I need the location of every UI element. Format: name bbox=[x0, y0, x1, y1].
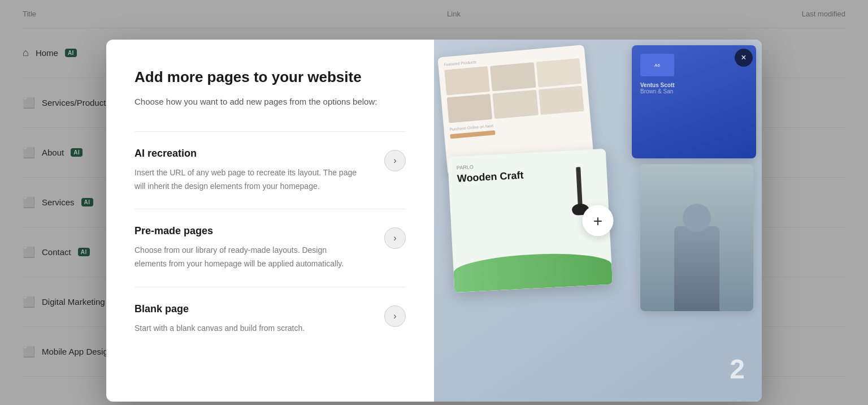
option-arrow-button[interactable]: › bbox=[384, 305, 406, 327]
modal-overlay: Add more pages to your website Choose ho… bbox=[0, 0, 868, 405]
option-desc: Start with a blank canvas and build from… bbox=[134, 322, 305, 335]
option-desc: Insert the URL of any web page to recrea… bbox=[134, 166, 361, 193]
option-title: Blank page bbox=[134, 303, 305, 315]
option-content: AI recreation Insert the URL of any web … bbox=[134, 148, 361, 193]
modal-right-panel: Featured Products Purchase Online on Nex… bbox=[434, 40, 762, 402]
modal-title: Add more pages to your website bbox=[134, 68, 406, 87]
page-number-hint: 2 bbox=[730, 354, 745, 385]
option-desc: Choose from our library of ready-made la… bbox=[134, 244, 361, 271]
option-ai-recreation: AI recreation Insert the URL of any web … bbox=[134, 131, 406, 209]
plus-circle[interactable]: + bbox=[583, 205, 614, 236]
modal-subtitle: Choose how you want to add new pages fro… bbox=[134, 95, 406, 109]
option-title: Pre-made pages bbox=[134, 225, 361, 237]
thumbnail-portrait bbox=[640, 164, 753, 311]
option-title: AI recreation bbox=[134, 148, 361, 160]
option-content: Pre-made pages Choose from our library o… bbox=[134, 225, 361, 271]
option-blank-page: Blank page Start with a blank canvas and… bbox=[134, 287, 406, 351]
option-arrow-button[interactable]: › bbox=[384, 150, 406, 171]
add-pages-modal: Add more pages to your website Choose ho… bbox=[106, 40, 762, 402]
option-content: Blank page Start with a blank canvas and… bbox=[134, 303, 305, 335]
option-pre-made: Pre-made pages Choose from our library o… bbox=[134, 209, 406, 287]
modal-close-button[interactable]: × bbox=[735, 49, 753, 67]
modal-left-panel: Add more pages to your website Choose ho… bbox=[106, 40, 434, 402]
modal-preview-image: Featured Products Purchase Online on Nex… bbox=[434, 40, 762, 402]
options-list: AI recreation Insert the URL of any web … bbox=[134, 131, 406, 351]
option-arrow-button[interactable]: › bbox=[384, 227, 406, 249]
